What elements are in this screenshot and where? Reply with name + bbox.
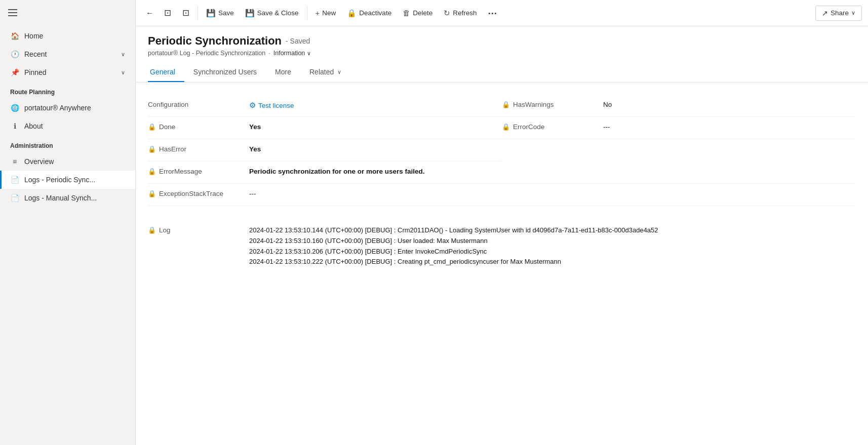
route-planning-section-title: Route Planning [0,82,135,99]
info-icon: ℹ [10,122,19,130]
exception-stack-trace-label: 🔒 ExceptionStackTrace [148,189,249,197]
log-line-2: 2024-01-22 13:53:10.160 (UTC+00:00) [DEB… [249,236,856,247]
deactivate-label: Deactivate [359,9,391,17]
done-label: 🔒 Done [148,122,249,131]
sidebar-item-pinned-label: Pinned [24,68,47,76]
has-warnings-row: 🔒 HasWarnings No [502,95,856,117]
deactivate-button[interactable]: 🔒 Deactivate [342,6,397,21]
has-error-row: 🔒 HasError Yes [148,139,502,161]
refresh-button[interactable]: ↻ Refresh [439,6,482,21]
tab-related-label: Related [309,68,334,76]
lock-icon: 🔒 [148,145,156,153]
error-code-label: 🔒 ErrorCode [502,122,603,131]
tabs: General Synchronized Users More Related … [136,63,868,83]
lock-icon: 🔒 [502,101,510,108]
sidebar-item-logs-periodic[interactable]: 📄 Logs - Periodic Sync... [0,171,135,189]
saved-badge: - Saved [286,37,310,45]
configuration-link-text: Test license [258,102,294,109]
breadcrumb-part2-label: Information [273,50,305,57]
popup-button[interactable]: ⊡ [177,5,194,21]
pin-icon: 📌 [10,68,19,76]
view-record-icon: ⊡ [164,8,171,18]
form-grid: Configuration ⚙ Test license 🔒 Done Yes [148,95,856,161]
sidebar-item-overview[interactable]: ≡ Overview [0,152,135,171]
tab-synchronized-users[interactable]: Synchronized Users [191,63,266,82]
sidebar-item-logs-manual-label: Logs - Manual Synch... [24,194,97,202]
main-panel: ← ⊡ ⊡ 💾 Save 💾 Save & Close + New 🔒 Deac… [136,0,868,445]
info-chevron-icon: ∨ [307,50,311,57]
breadcrumb-dot: · [268,50,270,57]
toolbar-separator-2 [307,6,307,20]
log-label: 🔒 Log [148,225,249,234]
breadcrumb-info-button[interactable]: Information ∨ [273,50,311,57]
document-icon: 📄 [10,194,19,202]
sidebar-item-pinned[interactable]: 📌 Pinned ∨ [0,63,135,82]
svg-rect-0 [8,9,17,10]
form-right-section: 🔒 HasWarnings No 🔒 ErrorCode --- [502,95,856,161]
has-error-value: Yes [249,144,502,153]
save-label: Save [218,9,234,17]
share-button[interactable]: ↗ Share ∨ [815,6,862,21]
sidebar-item-portatour-anywhere[interactable]: 🌐 portatour® Anywhere [0,99,135,117]
error-message-row: 🔒 ErrorMessage Periodic synchronization … [148,161,856,184]
toolbar: ← ⊡ ⊡ 💾 Save 💾 Save & Close + New 🔒 Deac… [136,0,868,26]
done-row: 🔒 Done Yes [148,117,502,139]
sidebar-item-recent[interactable]: 🕐 Recent ∨ [0,45,135,63]
lock-icon: 🔒 [148,168,156,175]
sidebar-item-home[interactable]: 🏠 Home [0,27,135,45]
breadcrumb-part1: portatour® Log - Periodic Synchronizatio… [148,50,265,57]
view-record-button[interactable]: ⊡ [159,5,176,21]
configuration-row: Configuration ⚙ Test license [148,95,502,117]
delete-button[interactable]: 🗑 Delete [398,6,438,20]
lock-icon: 🔒 [148,226,156,234]
save-icon: 💾 [206,9,216,18]
document-icon: 📄 [10,176,19,184]
sidebar-item-overview-label: Overview [24,157,54,166]
tab-more[interactable]: More [273,63,300,82]
administration-section-title: Administration [0,135,135,152]
tab-general[interactable]: General [148,63,184,82]
more-icon: ⋯ [488,8,497,19]
delete-label: Delete [413,9,432,17]
sidebar-item-about[interactable]: ℹ About [0,117,135,135]
refresh-icon: ↻ [444,9,450,18]
exception-stack-trace-row: 🔒 ExceptionStackTrace --- [148,184,856,206]
lock-icon: 🔒 [148,190,156,197]
new-button[interactable]: + New [310,6,341,20]
hamburger-menu[interactable] [0,0,135,27]
exception-stack-trace-value: --- [249,189,856,197]
save-button[interactable]: 💾 Save [201,6,239,21]
record-header: Periodic Synchronization - Saved portato… [136,26,868,63]
lock-icon: 🔒 [148,123,156,131]
sidebar-item-home-label: Home [24,32,43,40]
share-label: Share [831,9,849,17]
deactivate-icon: 🔒 [347,9,357,18]
chevron-down-icon: ∨ [121,69,125,76]
configuration-label: Configuration [148,100,249,108]
chevron-down-icon: ∨ [121,51,125,58]
new-label: New [322,9,336,17]
back-button[interactable]: ← [142,6,158,21]
popup-icon: ⊡ [182,8,189,18]
log-line-1: 2024-01-22 13:53:10.144 (UTC+00:00) [DEB… [249,225,856,236]
save-close-icon: 💾 [245,9,255,18]
globe-icon: 🌐 [10,104,19,112]
tab-related[interactable]: Related ∨ [307,63,350,82]
error-message-value: Periodic synchronization for one or more… [249,167,856,175]
configuration-value[interactable]: ⚙ Test license [249,100,502,110]
has-error-label: 🔒 HasError [148,144,249,153]
has-warnings-label: 🔒 HasWarnings [502,100,603,108]
form-left-section: Configuration ⚙ Test license 🔒 Done Yes [148,95,502,161]
more-button[interactable]: ⋯ [483,5,502,22]
record-title-row: Periodic Synchronization - Saved [148,34,856,48]
share-icon: ↗ [822,9,828,17]
sidebar-item-logs-manual[interactable]: 📄 Logs - Manual Synch... [0,189,135,207]
done-value: Yes [249,122,502,131]
has-warnings-value: No [603,100,856,108]
sidebar-item-recent-label: Recent [24,50,47,58]
recent-icon: 🕐 [10,50,19,58]
record-title: Periodic Synchronization [148,34,282,48]
save-close-button[interactable]: 💾 Save & Close [240,6,304,21]
log-line-3: 2024-01-22 13:53:10.206 (UTC+00:00) [DEB… [249,247,856,257]
share-chevron-icon: ∨ [851,10,855,16]
